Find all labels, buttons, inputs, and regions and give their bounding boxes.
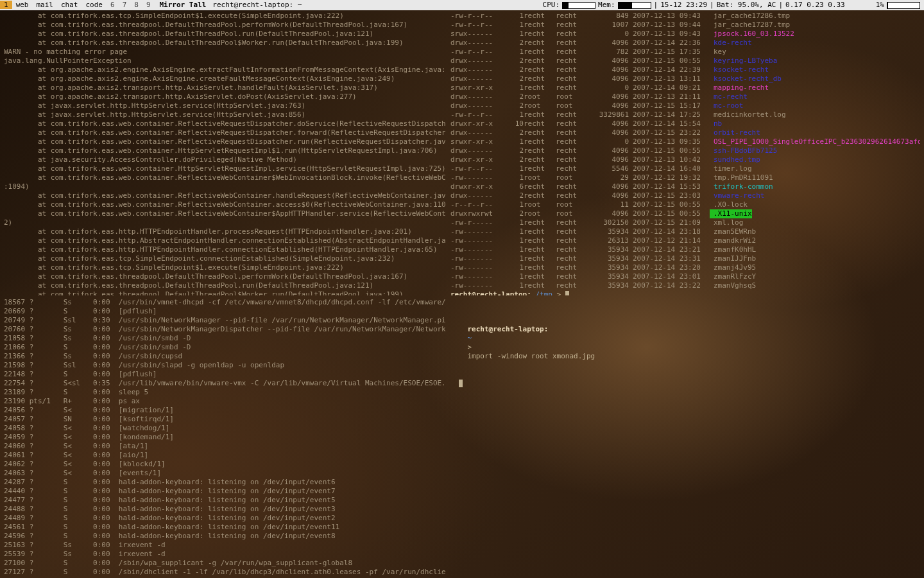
ls-filename: keyring-LBTyeba (710, 57, 777, 66)
workspace-7[interactable]: 7 (119, 1, 131, 9)
ls-filename: timer.log (710, 164, 752, 173)
ls-filename: medicinkortet.log (710, 110, 786, 119)
ls-row: srwxr-xr-x1rechtrecht02007-12-13 09:35OS… (450, 137, 920, 146)
workspace-chat[interactable]: chat (57, 1, 82, 9)
ps-row: 25539 ? Ss 0:00 irxevent -d (4, 550, 445, 559)
ps-row: 24060 ? S< 0:00 [ata/1] (4, 442, 445, 451)
battery-status: Bat: 95.0%, AC (717, 1, 776, 10)
clock: 15-12 23:29 (660, 1, 707, 10)
ls-filename: jar_cache17287.tmp (710, 21, 790, 30)
ls-filename: zmanIJJFnb (710, 254, 756, 263)
prompt-host: recht@recht-laptop: (450, 290, 531, 295)
ls-filename: orbit-recht (710, 128, 760, 137)
ls-row: drwxr-xr-x6rechtrecht40962007-12-14 15:5… (450, 182, 920, 191)
workspace-1[interactable]: 1 (0, 1, 12, 9)
ps-row: 24063 ? S< 0:00 [events/1] (4, 469, 445, 478)
ls-row: -rw-r--r--1rechtrecht8492007-12-13 09:43… (450, 12, 920, 21)
ls-filename: ksocket-recht (710, 66, 769, 74)
terminal-stacktrace[interactable]: at com.trifork.eas.tcp.SimpleEndpoint$1.… (4, 12, 445, 295)
ls-row: -rw-------1rechtrecht359342007-12-14 23:… (450, 227, 920, 236)
ps-row: 21058 ? Ss 0:00 /usr/sbin/smbd -D (4, 334, 445, 343)
ls-filename: jpsock.160_03.13522 (710, 30, 794, 39)
ls-row: -rw-r--r--1rechtrecht55462007-12-14 16:4… (450, 164, 920, 173)
ls-row: drwx------2rechtrecht40962007-12-15 00:5… (450, 146, 920, 155)
ls-filename: vmware-recht (710, 191, 764, 200)
ls-filename: zmanVghsqS (710, 281, 756, 290)
ls-row: -rw-------1rechtrecht359342007-12-14 23:… (450, 281, 920, 290)
ls-row: drwxr-xr-x2rechtrecht40962007-12-13 10:4… (450, 155, 920, 164)
ls-filename: xml.log (710, 218, 743, 227)
ls-filename: OSL_PIPE_1000_SingleOfficeIPC_b236302962… (710, 137, 920, 146)
ls-row: -rw-r--r--1rechtrecht7822007-12-15 17:35… (450, 48, 920, 57)
ls-row: drwx------2rechtrecht40962007-12-15 23:2… (450, 128, 920, 137)
ls-filename: key (710, 48, 726, 57)
workspace-9[interactable]: 9 (142, 1, 155, 9)
ps-row: 24287 ? S 0:00 hald-addon-keyboard: list… (4, 478, 445, 487)
ps-row: 24062 ? S< 0:00 [kblockd/1] (4, 460, 445, 469)
layout-name: Mirror Tall (160, 1, 207, 10)
ls-row: drwx------2rootroot40962007-12-13 21:11m… (450, 92, 920, 101)
ls-filename: sundhed.tmp (710, 155, 760, 164)
ls-filename: mc-root (710, 101, 743, 110)
ls-filename: mapping-recht (710, 83, 769, 92)
ls-row: -r--r--r--1rootroot112007-12-15 00:55.X0… (450, 200, 920, 209)
ls-row: drwxr-xr-x10rechtrecht40962007-12-14 15:… (450, 119, 920, 128)
workspace-web[interactable]: web (12, 1, 33, 9)
net-meter (887, 2, 920, 9)
ps-row: 24058 ? S< 0:00 [watchdog/1] (4, 424, 445, 433)
workspace-6[interactable]: 6 (107, 1, 119, 9)
ps-row: 20669 ? S 0:00 [pdflush] (4, 307, 445, 316)
prompt-path: /tmp (535, 290, 552, 295)
ps-row: 18567 ? Ss 0:00 /usr/bin/vmnet-dhcpd -cf… (4, 298, 445, 307)
cpu-label: CPU: (543, 1, 560, 10)
ls-row: drwx------2rechtrecht40962007-12-14 22:3… (450, 66, 920, 74)
ls-filename: .X0-lock (710, 200, 748, 209)
ps-row: 24477 ? S 0:00 hald-addon-keyboard: list… (4, 496, 445, 505)
command-text: import -window root xmonad.jpg (468, 352, 595, 360)
ps-row: 24561 ? S 0:00 hald-addon-keyboard: list… (4, 523, 445, 532)
ls-filename: trifork-common (710, 182, 773, 191)
terminal-import[interactable]: recht@recht-laptop: ~ > import -window r… (450, 298, 920, 575)
workspace-8[interactable]: 8 (130, 1, 142, 9)
ls-row: -rw-------1rechtrecht359342007-12-14 23:… (450, 254, 920, 263)
prompt-host: recht@recht-laptop: (468, 325, 549, 333)
ls-filename: zmanRlFzcY (710, 272, 756, 281)
ls-filename: mc-recht (710, 92, 748, 101)
ps-row: 21598 ? Ssl 0:00 /usr/sbin/slapd -g open… (4, 361, 445, 370)
ps-row: 24056 ? S< 0:00 [migration/1] (4, 406, 445, 415)
ls-row: -rw-------1rechtrecht359342007-12-14 23:… (450, 245, 920, 254)
ls-filename: jar_cache17286.tmp (710, 12, 790, 21)
ps-row: 24057 ? SN 0:00 [ksoftirqd/1] (4, 415, 445, 424)
ps-row: 23190 pts/1 R+ 0:00 ps ax (4, 397, 445, 406)
ls-filename: zman5EWRnb (710, 227, 756, 236)
ls-filename: nb (710, 119, 722, 128)
ps-row: 24059 ? S< 0:00 [kondemand/1] (4, 433, 445, 442)
ls-filename: zmanfK0hHL (710, 245, 756, 254)
workspace-code[interactable]: code (82, 1, 107, 9)
ls-filename: zmandkrWi2 (710, 236, 756, 245)
mem-meter (618, 2, 651, 9)
ps-row: 24489 ? S 0:00 hald-addon-keyboard: list… (4, 514, 445, 523)
load-average: 0.17 0.23 0.33 (785, 1, 845, 10)
ls-filename: tmp.PmDRi11091 (710, 173, 773, 182)
ps-row: 22148 ? S 0:00 [pdflush] (4, 370, 445, 379)
ps-row: 22754 ? S<sl 0:35 /usr/lib/vmware/bin/vm… (4, 379, 445, 388)
ls-filename: ksocket-recht_db (710, 74, 782, 83)
ls-row: srwxr-xr-x1rechtrecht02007-12-14 09:21ma… (450, 83, 920, 92)
ls-row: -rw-r-----1rechtrecht3021502007-12-15 21… (450, 218, 920, 227)
ls-filename: zmanj4Jv95 (710, 263, 756, 272)
mem-label: Mem: (598, 1, 615, 10)
ls-filename: .X11-unix (710, 209, 752, 218)
terminal-ls[interactable]: -rw-r--r--1rechtrecht8492007-12-13 09:43… (450, 12, 920, 295)
ls-row: -rw-------1rechtrecht359342007-12-14 23:… (450, 272, 920, 281)
cpu-meter (562, 2, 595, 9)
workspace-mail[interactable]: mail (33, 1, 58, 9)
ls-filename: kde-recht (710, 39, 752, 48)
ls-row: drwx------2rechtrecht40962007-12-15 00:5… (450, 57, 920, 66)
ps-row: 24061 ? S< 0:00 [aio/1] (4, 451, 445, 460)
status-bar: 1webmailchatcode6789 Mirror Tall recht@r… (0, 0, 924, 10)
terminal-ps[interactable]: 18567 ? Ss 0:00 /usr/bin/vmnet-dhcpd -cf… (4, 298, 445, 575)
ps-row: 20749 ? Ssl 0:30 /usr/sbin/NetworkManage… (4, 316, 445, 325)
ls-row: srwx------1rechtrecht02007-12-13 09:43jp… (450, 30, 920, 39)
cursor-icon (459, 380, 463, 387)
